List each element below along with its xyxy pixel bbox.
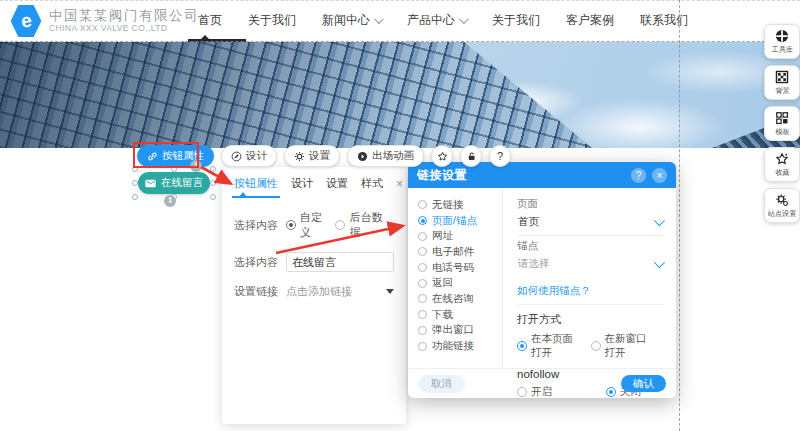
nav-item-about2[interactable]: 关于我们 — [492, 12, 540, 29]
add-link-trigger[interactable]: 点击添加链接 — [286, 284, 352, 299]
radio-icon — [418, 326, 427, 335]
lock-element-button[interactable] — [460, 145, 482, 167]
online-message-button[interactable]: 在线留言 — [138, 172, 210, 194]
resize-handle[interactable] — [210, 166, 216, 172]
radio-icon — [418, 342, 427, 351]
nav-item-about[interactable]: 关于我们 — [248, 12, 296, 29]
link-settings-dialog: 链接设置 ? × 无链接 页面/锚点 网址 电子邮件 电话号码 返回 在线咨询 … — [408, 162, 676, 398]
radio-icon — [418, 279, 427, 288]
radio-icon — [418, 200, 427, 209]
resize-handle[interactable] — [210, 194, 216, 200]
confirm-button[interactable]: 确认 — [621, 375, 666, 392]
link-type-back[interactable]: 返回 — [418, 275, 502, 291]
nav-item-home[interactable]: 首页 — [198, 12, 222, 29]
link-type-list: 无链接 页面/锚点 网址 电子邮件 电话号码 返回 在线咨询 下载 弹出窗口 功… — [408, 188, 503, 368]
link-type-function[interactable]: 功能链接 — [418, 338, 502, 354]
page-select[interactable]: 首页 — [517, 211, 664, 236]
content-value-label: 选择内容 — [234, 255, 286, 270]
link-type-page-anchor[interactable]: 页面/锚点 — [418, 213, 502, 229]
button-properties-panel: 按钮属性 设计 设置 样式 × 选择内容 自定义 后台数据 选择内容 设置链接 … — [222, 167, 406, 424]
chevron-down-icon — [654, 215, 665, 226]
anchor-select[interactable]: 请选择 — [517, 253, 664, 277]
spacing-handle-bottom[interactable]: ↕ — [164, 195, 176, 207]
radio-selected-icon — [418, 216, 427, 225]
main-nav: 首页 关于我们 新闻中心 产品中心 关于我们 客户案例 联系我们 — [198, 0, 688, 40]
brand-logo[interactable]: e 中国某某阀门有限公司 CHINA XXX VALVE CO.,LTD — [10, 4, 199, 38]
anchor-help-link[interactable]: 如何使用锚点？ — [517, 282, 664, 305]
favorite-element-button[interactable] — [431, 145, 453, 167]
tab-button-properties[interactable]: 按钮属性 — [234, 176, 278, 191]
help-button[interactable]: ? — [489, 145, 511, 167]
tab-style[interactable]: 样式 — [361, 176, 383, 191]
radio-open-self[interactable]: 在本页面打开 — [517, 332, 575, 360]
radio-icon — [418, 294, 427, 303]
button-properties-pill[interactable]: 按钮属性 — [137, 145, 214, 167]
radio-icon — [418, 232, 427, 241]
resize-handle[interactable] — [132, 194, 138, 200]
radio-backend-data[interactable]: 后台数据 — [335, 210, 384, 240]
section-guide-top — [0, 0, 800, 1]
background-button[interactable]: 背景 — [764, 65, 800, 100]
nav-item-cases[interactable]: 客户案例 — [566, 12, 614, 29]
close-icon[interactable]: × — [396, 177, 403, 191]
envelope-icon — [145, 179, 156, 188]
link-type-download[interactable]: 下载 — [418, 307, 502, 323]
link-type-none[interactable]: 无链接 — [418, 197, 502, 213]
button-text-input[interactable] — [286, 252, 394, 272]
nav-item-contact[interactable]: 联系我们 — [640, 12, 688, 29]
logo-letter: e — [19, 9, 33, 32]
link-type-phone[interactable]: 电话号码 — [418, 260, 502, 276]
resize-handle[interactable] — [171, 166, 177, 172]
star-icon — [775, 152, 789, 166]
set-link-label: 设置链接 — [234, 284, 286, 299]
chevron-down-icon — [374, 14, 384, 24]
page-label: 页面 — [517, 197, 664, 211]
logo-hexagon-icon: e — [10, 4, 42, 38]
template-icon — [775, 111, 789, 125]
site-header: e 中国某某阀门有限公司 CHINA XXX VALVE CO.,LTD 首页 … — [0, 0, 800, 42]
resize-handle[interactable] — [210, 180, 216, 186]
spacing-handle-top[interactable]: ↕ — [190, 160, 202, 172]
selected-element-wrapper: 在线留言 ↕ ↕ — [134, 168, 214, 198]
nav-item-products[interactable]: 产品中心 — [407, 12, 466, 29]
anchor-label: 锚点 — [517, 239, 664, 253]
pen-icon — [231, 151, 242, 162]
design-pill[interactable]: 设计 — [221, 145, 277, 167]
site-settings-button[interactable]: 站点设置 — [764, 188, 800, 223]
section-guide-horizontal — [0, 41, 800, 42]
dialog-footer: 取消 确认 — [408, 368, 676, 398]
link-type-url[interactable]: 网址 — [418, 228, 502, 244]
link-type-online-consult[interactable]: 在线咨询 — [418, 291, 502, 307]
template-button[interactable]: 模板 — [764, 106, 800, 141]
tab-design[interactable]: 设计 — [291, 176, 313, 191]
radio-icon — [418, 263, 427, 272]
resize-handle[interactable] — [132, 166, 138, 172]
star-icon — [437, 151, 448, 162]
caret-down-icon[interactable] — [386, 289, 394, 294]
hero-banner-image[interactable] — [0, 42, 800, 148]
link-type-popup[interactable]: 弹出窗口 — [418, 323, 502, 339]
dialog-help-button[interactable]: ? — [631, 168, 646, 183]
resize-handle[interactable] — [132, 180, 138, 186]
panel-pointer-arrow — [238, 192, 248, 198]
link-icon — [147, 151, 158, 162]
company-name-cn: 中国某某阀门有限公司 — [49, 8, 199, 24]
settings-pill[interactable]: 设置 — [284, 145, 340, 167]
link-type-email[interactable]: 电子邮件 — [418, 244, 502, 260]
toolbox-icon — [775, 29, 789, 43]
radio-icon — [418, 247, 427, 256]
radio-custom[interactable]: 自定义 — [286, 210, 325, 240]
tab-settings[interactable]: 设置 — [326, 176, 348, 191]
background-icon — [775, 70, 789, 84]
nav-item-news[interactable]: 新闻中心 — [322, 12, 381, 29]
content-type-label: 选择内容 — [234, 218, 286, 233]
radio-icon — [591, 341, 601, 351]
favorites-button[interactable]: 收藏 — [764, 147, 800, 182]
cancel-button[interactable]: 取消 — [418, 375, 465, 393]
dialog-close-button[interactable]: × — [652, 168, 667, 183]
side-toolbar: 工具库 背景 模板 收藏 站点设置 — [764, 24, 800, 223]
toolbox-button[interactable]: 工具库 — [764, 24, 800, 59]
entrance-animation-pill[interactable]: 出场动画 — [347, 145, 424, 167]
gear-icon — [294, 151, 305, 162]
radio-open-blank[interactable]: 在新窗口打开 — [591, 332, 649, 360]
